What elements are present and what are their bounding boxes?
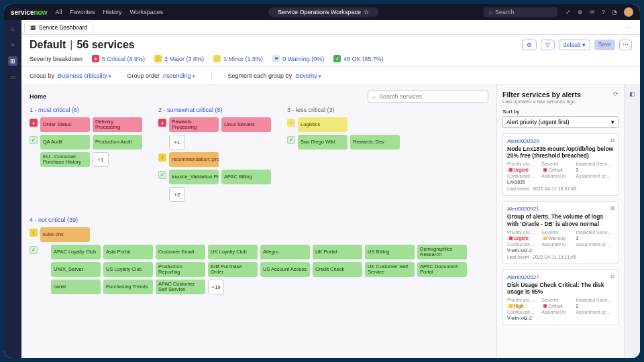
panel-toggle-icon[interactable]: ◧ bbox=[629, 90, 635, 97]
breadcrumb[interactable]: Home bbox=[30, 93, 46, 100]
nav-workspaces[interactable]: Workspaces bbox=[130, 9, 163, 15]
tab-service-dashboard[interactable]: ▦ Service Dashboard bbox=[24, 21, 93, 33]
service-card[interactable]: US Account Access bbox=[260, 262, 310, 277]
order-select[interactable]: Ascending bbox=[163, 72, 195, 79]
group-title[interactable]: 1 - most critical (6) bbox=[30, 107, 142, 113]
service-card[interactable]: Customer Email bbox=[156, 245, 205, 259]
segment-select[interactable]: Severity bbox=[295, 72, 321, 79]
severity-critical-icon: ♦ bbox=[158, 119, 166, 127]
service-card[interactable]: EU - Customer Purchase History bbox=[40, 152, 90, 167]
service-card[interactable]: kube-dns bbox=[40, 227, 90, 242]
notifications-icon[interactable]: ◔ bbox=[612, 9, 617, 15]
service-card[interactable]: UK Customer Self Service bbox=[365, 262, 415, 277]
service-card[interactable]: Demographics Research bbox=[417, 245, 467, 259]
alert-card[interactable]: ⧉Alert0020927Disk Usage Check Critical: … bbox=[502, 269, 619, 325]
left-rail: ⌂ ≡ ⊞ ▭ bbox=[4, 20, 21, 358]
alert-card[interactable]: ⧉Alert0020929Node Lnx1835 mount /opt/db/… bbox=[502, 133, 619, 196]
workspace-pill[interactable]: Service Operations Workspace☆ bbox=[268, 7, 378, 17]
service-card[interactable]: Production Audit bbox=[93, 135, 142, 149]
sev-minor[interactable]: 1 Minor (1.8%) bbox=[223, 56, 263, 62]
service-card[interactable]: Linux Servers bbox=[221, 117, 271, 132]
tab-overflow[interactable]: ⋯ bbox=[621, 24, 637, 31]
service-card[interactable]: recommendation::prod bbox=[169, 152, 219, 167]
group-title[interactable]: 2 - somewhat critical (8) bbox=[158, 107, 271, 113]
sort-label: Sort by bbox=[502, 109, 619, 115]
severity-critical-icon: ♦ bbox=[30, 119, 38, 127]
open-icon[interactable]: ⧉ bbox=[610, 274, 614, 280]
nav-all[interactable]: All bbox=[55, 9, 62, 15]
sev-critical[interactable]: 5 Critical (8.9%) bbox=[102, 56, 145, 62]
expand-more[interactable]: +1 bbox=[93, 152, 109, 167]
home-icon[interactable]: ⌂ bbox=[8, 24, 17, 34]
more-button[interactable]: ⋯ bbox=[619, 40, 632, 50]
chat-icon[interactable]: ✉ bbox=[590, 9, 595, 15]
service-card[interactable]: Logistics bbox=[298, 117, 347, 132]
list-icon[interactable]: ≡ bbox=[8, 40, 17, 50]
service-card[interactable]: UNIX_Server bbox=[51, 262, 101, 277]
service-card[interactable]: Order Status bbox=[40, 117, 90, 132]
service-card[interactable]: Rewards::Dev bbox=[350, 135, 400, 149]
filter-button[interactable]: ▽ bbox=[541, 40, 555, 50]
alert-id[interactable]: Alert0020927 bbox=[507, 274, 614, 280]
expand-more[interactable]: +2 bbox=[169, 187, 185, 202]
service-card[interactable]: San Diego Wiki bbox=[298, 135, 347, 149]
alert-id[interactable]: Alert0020921 bbox=[507, 206, 614, 212]
group-title[interactable]: 4 - not critical (39) bbox=[30, 217, 488, 223]
default-button[interactable]: default ▾ bbox=[559, 40, 590, 50]
expand-more[interactable]: +1 bbox=[169, 135, 185, 149]
nav-favorites[interactable]: Favorites bbox=[70, 9, 95, 15]
open-icon[interactable]: ⧉ bbox=[610, 205, 614, 212]
severity-ok-icon: ✓ bbox=[30, 136, 38, 144]
service-card[interactable]: Credit Check bbox=[313, 262, 362, 277]
service-card[interactable]: QA Audit bbox=[40, 135, 90, 149]
segment-label: Segment each group by bbox=[228, 72, 292, 79]
service-card[interactable]: APAC Document Portal bbox=[417, 262, 467, 277]
alert-id[interactable]: Alert0020929 bbox=[507, 138, 614, 144]
help-icon[interactable]: ? bbox=[602, 9, 605, 15]
dashboard-icon[interactable]: ⊞ bbox=[8, 56, 17, 66]
sev-warning[interactable]: 0 Warning (0%) bbox=[282, 56, 324, 62]
group-title[interactable]: 3 - less critical (3) bbox=[287, 107, 400, 113]
service-card[interactable]: US Billing bbox=[365, 245, 415, 259]
panel-subtitle: Last updated a few seconds ago bbox=[502, 99, 619, 105]
refresh-icon[interactable]: ⟳ bbox=[613, 90, 619, 97]
settings-button[interactable]: ⚙ bbox=[522, 40, 537, 50]
service-card[interactable]: canal bbox=[51, 280, 101, 294]
save-button[interactable]: Save bbox=[594, 40, 615, 50]
service-card[interactable]: APAC Customer Self Service bbox=[156, 280, 205, 294]
service-card[interactable]: Delivery Processing bbox=[93, 117, 142, 132]
logo: servicenow bbox=[11, 9, 47, 16]
service-card[interactable]: US Loyalty Club bbox=[103, 262, 153, 277]
expand-more[interactable]: +19 bbox=[208, 280, 224, 294]
expand-icon[interactable]: ⤢ bbox=[566, 9, 571, 15]
search-services[interactable]: ⌕ Search services bbox=[368, 90, 488, 103]
nav-history[interactable]: History bbox=[103, 9, 122, 15]
gear-icon: ⚙ bbox=[527, 42, 532, 48]
sort-select[interactable]: Alert priority (urgent first)▾ bbox=[502, 116, 619, 128]
sev-ok[interactable]: 48 OK (85.7%) bbox=[343, 56, 384, 62]
service-card[interactable]: UK Portal bbox=[313, 245, 362, 259]
severity-ok-icon: ✓ bbox=[30, 246, 38, 254]
service-card[interactable]: Asia Portal bbox=[103, 245, 153, 259]
service-card[interactable]: UK Loyalty Club bbox=[208, 245, 258, 259]
service-card[interactable]: Purchasing Trends bbox=[103, 280, 153, 294]
service-card[interactable]: Allegro bbox=[260, 245, 310, 259]
service-card[interactable]: APAC Loyalty Club bbox=[51, 245, 101, 259]
globe-icon[interactable]: ⊕ bbox=[578, 9, 583, 15]
tab-bar: ▦ Service Dashboard ⋯ bbox=[21, 20, 640, 35]
service-card[interactable]: Invoice_Validation:Prod bbox=[169, 170, 219, 184]
severity-pill: Critical bbox=[541, 304, 564, 308]
doc-icon[interactable]: ▭ bbox=[8, 72, 17, 82]
open-icon[interactable]: ⧉ bbox=[610, 137, 614, 144]
service-card[interactable]: APAC Billing bbox=[221, 170, 271, 184]
alert-card[interactable]: ⧉Alert0020921Group of alerts, The volume… bbox=[502, 201, 619, 263]
service-card[interactable]: Edit Purchase Order bbox=[208, 262, 258, 277]
avatar[interactable] bbox=[624, 7, 633, 17]
service-card[interactable]: Rewards Processing bbox=[169, 117, 219, 132]
group-less-critical: 3 - less critical (3) ⚡ Logistics ✓ San … bbox=[287, 107, 400, 204]
groupby-select[interactable]: Business criticality bbox=[58, 72, 111, 79]
service-card[interactable]: Production Reporting bbox=[156, 262, 205, 277]
severity-minor-icon: ⚡ bbox=[287, 119, 295, 127]
sev-major[interactable]: 2 Major (3.6%) bbox=[164, 56, 204, 62]
global-search[interactable]: ⌕ Search bbox=[484, 7, 557, 17]
